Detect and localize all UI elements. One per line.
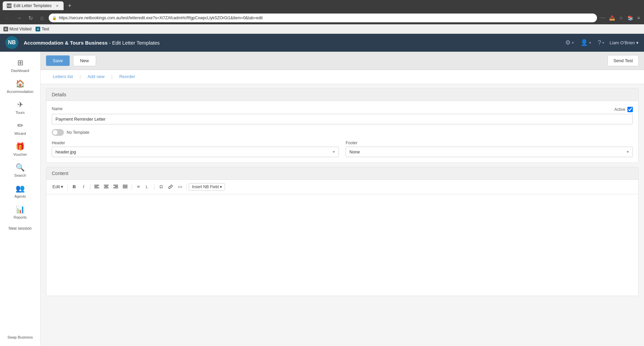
link-button[interactable] xyxy=(166,182,175,191)
unordered-list-button[interactable]: ≡ xyxy=(134,182,143,191)
send-test-button[interactable]: Send Test xyxy=(607,55,639,66)
reader-button[interactable]: 📚 xyxy=(626,15,635,21)
accommodation-icon: 🏠 xyxy=(16,79,25,88)
settings-button[interactable]: ⚙ ▾ xyxy=(564,38,575,48)
toolbar-divider-2 xyxy=(90,184,90,190)
browser-chrome: NB Edit Letter Templates ✕ + ← → ↻ ⌂ 🔒 h… xyxy=(0,0,644,34)
svg-rect-0 xyxy=(94,185,99,186)
home-button[interactable]: ⌂ xyxy=(37,13,47,23)
wizard-icon: ✏ xyxy=(17,121,23,130)
active-checkbox[interactable] xyxy=(627,107,633,112)
back-button[interactable]: ← xyxy=(3,13,12,23)
code-button[interactable]: <> xyxy=(176,182,184,191)
main-content: Save New Send Test Letters list | Add ne… xyxy=(41,52,644,346)
business-name: Accommodation & Tours Business xyxy=(24,40,108,46)
sidebar-item-voucher[interactable]: 🎁 Voucher xyxy=(3,140,38,159)
content-area: Details Name Active xyxy=(41,84,644,346)
forward-button[interactable]: → xyxy=(14,13,24,23)
active-tab[interactable]: NB Edit Letter Templates ✕ xyxy=(3,1,64,10)
svg-rect-6 xyxy=(104,188,109,188)
align-center-button[interactable] xyxy=(102,182,111,191)
app-topnav: NB Accommodation & Tours Business - Edit… xyxy=(0,34,644,52)
search-icon: 🔍 xyxy=(16,163,25,172)
bookmark-most-visited[interactable]: ★ Most Visited xyxy=(3,27,31,31)
extensions-button[interactable]: ⋯ xyxy=(599,15,606,21)
toolbar-divider-4 xyxy=(154,184,155,190)
editor-toolbar: Edit ▾ B I xyxy=(46,180,638,194)
align-right-icon xyxy=(113,185,118,189)
sidebar-item-tours[interactable]: ✈ Tours xyxy=(3,98,38,117)
sidebar-item-dashboard[interactable]: ⊞ Dashboard xyxy=(3,56,38,75)
ordered-list-button[interactable]: 1. xyxy=(143,182,152,191)
editor-body[interactable] xyxy=(46,194,638,296)
sidebar-label-agents: Agents xyxy=(14,194,26,198)
sidebar-item-wizard[interactable]: ✏ Wizard xyxy=(3,119,38,138)
name-input[interactable] xyxy=(52,114,633,124)
tab-letters-list[interactable]: Letters list xyxy=(47,70,78,84)
swap-business-label: Swap Business xyxy=(7,335,33,339)
sidebar-label-reports: Reports xyxy=(14,215,27,219)
profile-button[interactable]: 👤 ▾ xyxy=(579,38,592,48)
sidebar-label-dashboard: Dashboard xyxy=(11,69,29,73)
svg-text:1.: 1. xyxy=(145,185,148,189)
address-bar[interactable]: 🔒 https://secure.netbookings.com.au/test… xyxy=(49,14,597,22)
bookmark-button[interactable]: ☆ xyxy=(618,15,625,21)
name-row: Name Active xyxy=(52,106,633,124)
header-select[interactable]: header.jpg xyxy=(52,147,339,157)
bookmark-test[interactable]: ● Test xyxy=(36,27,49,31)
italic-button[interactable]: I xyxy=(79,182,88,191)
name-label: Name xyxy=(52,106,63,111)
no-template-toggle[interactable] xyxy=(52,129,64,136)
help-button[interactable]: ? ▾ xyxy=(596,38,605,48)
svg-rect-4 xyxy=(104,185,109,186)
footer-select[interactable]: None footer.jpg xyxy=(346,147,633,157)
menu-button[interactable]: ≡ xyxy=(636,15,641,21)
page-title: Edit Letter Templates xyxy=(112,40,160,46)
tab-separator-1: | xyxy=(78,70,82,84)
app-title: Accommodation & Tours Business - Edit Le… xyxy=(24,40,558,46)
sidebar-item-agents[interactable]: 👥 Agents xyxy=(3,181,38,201)
insert-nb-field-button[interactable]: Insert NB Field ▾ xyxy=(189,183,225,191)
align-left-button[interactable] xyxy=(92,182,101,191)
new-button[interactable]: New xyxy=(73,55,96,66)
topnav-icons: ⚙ ▾ 👤 ▾ ? ▾ Liam O'Brien ▾ xyxy=(564,38,639,48)
save-button[interactable]: Save xyxy=(46,55,70,66)
details-form-body: Name Active xyxy=(46,101,638,163)
new-tab-button[interactable]: + xyxy=(65,1,74,10)
tab-close-button[interactable]: ✕ xyxy=(55,3,60,8)
sidebar-swap-business[interactable]: Swap Business xyxy=(3,332,38,342)
pocket-button[interactable]: 📥 xyxy=(608,15,616,21)
tab-separator-2: | xyxy=(110,70,114,84)
refresh-button[interactable]: ↻ xyxy=(26,13,35,23)
special-chars-button[interactable]: Ω xyxy=(157,182,165,191)
bookmark-label-most-visited: Most Visited xyxy=(9,27,31,31)
sidebar-item-reports[interactable]: 📊 Reports xyxy=(3,202,38,222)
toolbar-divider-5 xyxy=(186,184,187,190)
sidebar-new-session[interactable]: New session xyxy=(3,223,38,233)
sidebar-item-search[interactable]: 🔍 Search xyxy=(3,160,38,180)
svg-rect-9 xyxy=(115,186,118,187)
bold-button[interactable]: B xyxy=(70,182,78,191)
justify-button[interactable] xyxy=(121,182,130,191)
bookmark-favicon-most-visited: ★ xyxy=(3,27,8,31)
edit-chevron-icon: ▾ xyxy=(61,184,63,189)
url-text: https://secure.netbookings.com.au/test/l… xyxy=(59,16,594,20)
no-template-row: No Template xyxy=(52,129,633,136)
tab-reorder[interactable]: Reorder xyxy=(114,70,141,84)
user-menu[interactable]: Liam O'Brien ▾ xyxy=(610,40,639,45)
align-right-button[interactable] xyxy=(111,182,120,191)
tab-title: Edit Letter Templates xyxy=(14,3,52,8)
reports-icon: 📊 xyxy=(16,205,25,214)
tab-add-new[interactable]: Add new xyxy=(82,70,110,84)
user-name: Liam O'Brien xyxy=(610,40,635,45)
edit-label: Edit xyxy=(52,184,60,189)
header-select-wrapper: header.jpg xyxy=(52,147,339,157)
content-toolbar: Save New Send Test xyxy=(41,52,644,70)
toolbar-divider-3 xyxy=(132,184,132,190)
sidebar-label-wizard: Wizard xyxy=(14,131,26,135)
svg-rect-13 xyxy=(123,186,128,187)
sidebar-item-accommodation[interactable]: 🏠 Accommodation xyxy=(3,77,38,96)
nav-extras: ⋯ 📥 ☆ 📚 ≡ xyxy=(599,15,641,21)
edit-dropdown-button[interactable]: Edit ▾ xyxy=(50,183,65,191)
settings-icon: ⚙ xyxy=(565,39,571,46)
